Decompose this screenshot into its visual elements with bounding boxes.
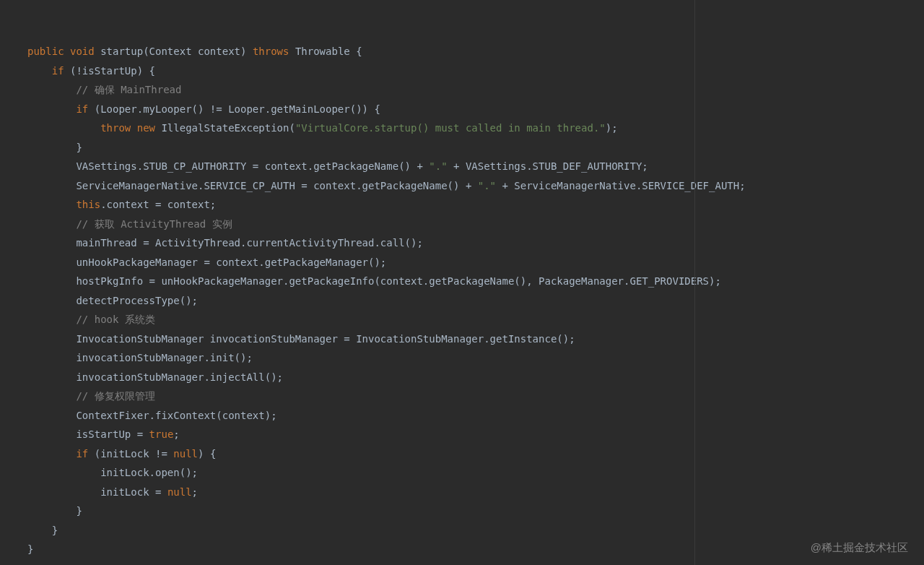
code-line: }: [27, 501, 924, 521]
code-token: throw new: [100, 122, 155, 134]
code-token: }: [76, 142, 82, 153]
code-token: initLock =: [100, 486, 167, 498]
code-line: if (initLock != null) {: [27, 444, 924, 464]
code-line: unHookPackageManager = context.getPackag…: [27, 253, 924, 272]
code-token: unHookPackageManager = context.getPackag…: [76, 256, 386, 268]
code-token: ) {: [198, 448, 216, 460]
code-token: // 获取 ActivityThread 实例: [76, 218, 232, 230]
code-token: VASettings.STUB_CP_AUTHORITY = context.g…: [76, 160, 429, 172]
code-line: }: [27, 521, 924, 540]
code-token: mainThread = ActivityThread.currentActiv…: [76, 237, 422, 249]
code-token: ServiceManagerNative.SERVICE_CP_AUTH = c…: [76, 180, 477, 191]
code-line: InvocationStubManager invocationStubMana…: [27, 329, 924, 349]
code-token: IllegalStateException(: [155, 122, 295, 134]
code-line: mainThread = ActivityThread.currentActiv…: [27, 233, 924, 253]
code-token: hostPkgInfo = unHookPackageManager.getPa…: [76, 275, 720, 287]
code-token: if: [76, 103, 88, 115]
code-token: );: [606, 122, 618, 134]
watermark-label: @稀土掘金技术社区: [811, 541, 908, 555]
code-line: if (Looper.myLooper() != Looper.getMainL…: [27, 100, 924, 119]
code-token: }: [76, 505, 82, 517]
code-token: ".": [429, 160, 447, 172]
code-token: invocationStubManager.init();: [76, 352, 252, 363]
code-line: detectProcessType();: [27, 291, 924, 311]
code-line: hostPkgInfo = unHookPackageManager.getPa…: [27, 272, 924, 291]
code-token: public void: [27, 46, 95, 57]
code-token: Throwable {: [289, 46, 362, 57]
code-line: initLock = null;: [27, 483, 924, 502]
code-line: // 修复权限管理: [27, 387, 924, 406]
code-token: + ServiceManagerNative.SERVICE_DEF_AUTH;: [496, 180, 746, 191]
code-token: // 确保 MainThread: [76, 84, 181, 95]
code-token: ContextFixer.fixContext(context);: [76, 410, 276, 421]
code-token: "VirtualCore.startup() must called in ma…: [295, 122, 606, 134]
code-token: ;: [173, 428, 179, 440]
code-token: throws: [253, 46, 289, 57]
code-token: InvocationStubManager invocationStubMana…: [76, 333, 575, 345]
code-token: true: [149, 428, 174, 440]
code-token: invocationStubManager.injectAll();: [76, 371, 283, 383]
code-line: throw new IllegalStateException("Virtual…: [27, 118, 924, 138]
code-token: null: [167, 486, 192, 498]
code-token: (Looper.myLooper() != Looper.getMainLoop…: [88, 103, 380, 115]
code-line: // 获取 ActivityThread 实例: [27, 215, 924, 234]
code-token: }: [52, 525, 58, 536]
code-token: .context = context;: [100, 199, 216, 210]
code-line: // hook 系统类: [27, 310, 924, 329]
code-token: ".": [478, 180, 496, 191]
code-token: // 修复权限管理: [76, 390, 154, 402]
code-token: isStartUp =: [76, 428, 149, 440]
code-token: // hook 系统类: [76, 314, 154, 325]
code-token: detectProcessType();: [76, 295, 198, 306]
code-line: ServiceManagerNative.SERVICE_CP_AUTH = c…: [27, 176, 924, 196]
code-line: invocationStubManager.init();: [27, 348, 924, 368]
code-line: initLock.open();: [27, 463, 924, 483]
code-token: if: [76, 448, 88, 460]
code-token: startup(Context context): [95, 46, 253, 57]
code-line: VASettings.STUB_CP_AUTHORITY = context.g…: [27, 157, 924, 176]
code-line: if (!isStartUp) {: [27, 61, 924, 81]
code-line: invocationStubManager.injectAll();: [27, 368, 924, 387]
column-ruler: [694, 0, 695, 565]
code-token: (initLock !=: [88, 448, 173, 460]
code-token: if: [52, 65, 64, 77]
code-line: public void startup(Context context) thr…: [27, 42, 924, 61]
code-token: null: [173, 448, 198, 460]
code-token: this: [76, 199, 100, 210]
code-line: }: [27, 138, 924, 158]
code-line: this.context = context;: [27, 195, 924, 215]
code-line: }: [27, 540, 924, 559]
code-line: // 确保 MainThread: [27, 80, 924, 100]
code-token: initLock.open();: [100, 467, 198, 478]
code-line: isStartUp = true;: [27, 425, 924, 444]
code-token: }: [27, 543, 33, 555]
code-token: + VASettings.STUB_DEF_AUTHORITY;: [448, 160, 648, 172]
code-token: (!isStartUp) {: [64, 65, 155, 77]
code-line: ContextFixer.fixContext(context);: [27, 406, 924, 426]
code-editor: public void startup(Context context) thr…: [0, 0, 924, 559]
code-token: ;: [192, 486, 198, 498]
